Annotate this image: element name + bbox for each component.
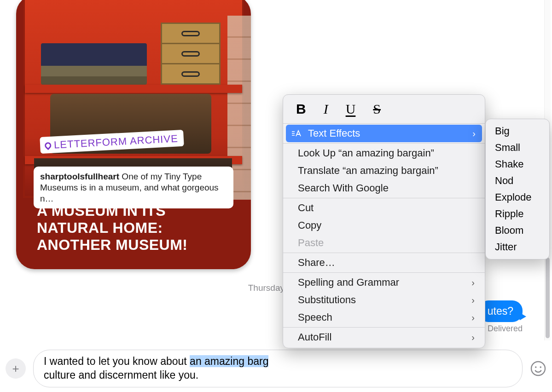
- menu-paste: Paste: [283, 234, 485, 252]
- menu-autofill[interactable]: AutoFill ›: [283, 329, 485, 346]
- text-effects-submenu: Big Small Shake Nod Explode Ripple Bloom…: [485, 119, 550, 259]
- input-text-selection: an amazing barg: [190, 355, 268, 367]
- emoji-picker-button[interactable]: [530, 360, 546, 377]
- menu-substitutions[interactable]: Substitutions ›: [283, 291, 485, 309]
- submenu-shake[interactable]: Shake: [486, 156, 549, 173]
- svg-point-0: [531, 362, 545, 375]
- message-input[interactable]: I wanted to let you know about an amazin…: [33, 350, 523, 387]
- submenu-jitter[interactable]: Jitter: [486, 239, 549, 255]
- chevron-right-icon: ›: [472, 128, 476, 139]
- submenu-bloom[interactable]: Bloom: [486, 222, 549, 239]
- outgoing-message-text: utes?: [488, 305, 513, 317]
- strikethrough-button[interactable]: S: [373, 101, 381, 117]
- submenu-small[interactable]: Small: [486, 139, 549, 156]
- smiley-icon: [530, 360, 546, 377]
- menu-speech[interactable]: Speech ›: [283, 309, 485, 326]
- chevron-right-icon: ›: [471, 295, 475, 306]
- submenu-explode[interactable]: Explode: [486, 189, 549, 206]
- menu-cut[interactable]: Cut: [283, 199, 485, 217]
- input-text-line2: culture and discernment like you.: [44, 369, 198, 381]
- italic-button[interactable]: I: [324, 101, 328, 117]
- menu-text-effects[interactable]: Text Effects ›: [286, 125, 482, 142]
- submenu-nod[interactable]: Nod: [486, 173, 549, 189]
- menu-translate[interactable]: Translate “an amazing bargain”: [283, 162, 485, 179]
- compose-bar: + I wanted to let you know about an amaz…: [6, 350, 546, 387]
- underline-button[interactable]: U: [346, 101, 356, 117]
- add-attachment-button[interactable]: +: [6, 358, 26, 379]
- caption-username: sharptoolsfullheart: [40, 172, 119, 181]
- text-effects-icon: [291, 129, 302, 138]
- scrollbar-thumb[interactable]: [546, 258, 550, 338]
- menu-look-up[interactable]: Look Up “an amazing bargain”: [283, 144, 485, 162]
- input-text-before: I wanted to let you know about: [44, 355, 190, 367]
- map-pin-icon: [43, 141, 52, 150]
- menu-copy[interactable]: Copy: [283, 217, 485, 234]
- bold-button[interactable]: B: [296, 101, 306, 117]
- incoming-image-message[interactable]: LETTERFORM ARCHIVE sharptoolsfullheart O…: [16, 0, 251, 269]
- format-toolbar: B I U S: [283, 95, 485, 122]
- menu-search-google[interactable]: Search With Google: [283, 179, 485, 197]
- chevron-right-icon: ›: [471, 312, 475, 323]
- svg-point-2: [540, 366, 541, 368]
- image-overlay-title: A MUSEUM IN ITS NATURAL HOME: ANOTHER MU…: [37, 202, 230, 253]
- chevron-right-icon: ›: [471, 332, 475, 343]
- menu-share[interactable]: Share…: [283, 254, 485, 271]
- delivery-status: Delivered: [488, 324, 523, 334]
- context-menu: B I U S Text Effects › Look Up “an amazi…: [283, 94, 485, 348]
- submenu-big[interactable]: Big: [486, 123, 549, 139]
- submenu-ripple[interactable]: Ripple: [486, 206, 549, 222]
- chevron-right-icon: ›: [471, 277, 475, 288]
- svg-point-1: [535, 366, 537, 368]
- menu-spelling-grammar[interactable]: Spelling and Grammar ›: [283, 274, 485, 291]
